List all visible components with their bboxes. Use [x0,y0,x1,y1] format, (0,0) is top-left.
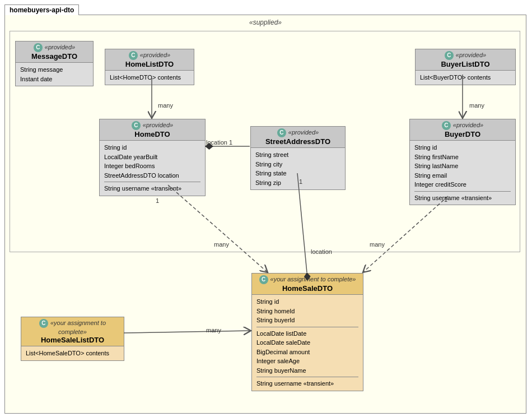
homeSaleDTO-divider1 [256,327,358,327]
messageDTO-field-0: String message [20,65,88,75]
messageDTO-icon: C [34,43,43,52]
streetAddressDTO-title: StreetAddressDTO [254,137,342,146]
label-location1: location 1 [206,139,232,146]
homeListDTO-field-0: List<HomeDTO> contents [110,73,189,82]
homeDTO-icon: C [132,121,141,130]
streetAddressDTO-box: C«provided» StreetAddressDTO String stre… [250,126,346,190]
homeSaleListDTO-icon: C [39,319,48,328]
buyerListDTO-field-0: List<BuyerDTO> contents [420,73,511,82]
streetAddressDTO-header: C«provided» StreetAddressDTO [251,127,345,148]
homeSaleListDTO-field-0: List<HomeSaleDTO> contents [26,349,119,358]
homeListDTO-icon: C [129,51,138,60]
homeDTO-title: HomeDTO [103,130,202,138]
homeSaleListDTO-title: HomeSaleListDTO [25,336,120,344]
label-many1: many [158,102,173,109]
homeDTO-stereotype: «provided» [143,122,173,128]
buyerDTO-field-2: String lastName [414,161,511,171]
buyerDTO-title: BuyerDTO [413,130,512,138]
homeSaleDTO-field-4: LocalDate saleDate [256,338,358,347]
homeSaleDTO-field-1: String homeId [256,307,358,316]
homeSaleDTO-field-7: String buyerName [256,366,358,376]
streetAddressDTO-field-0: String street [255,150,340,160]
homeDTO-box: C«provided» HomeDTO String id LocalDate … [99,119,206,196]
homeDTO-field-0: String id [104,143,200,152]
homeSaleDTO-field-0: String id [256,297,358,307]
homeListDTO-stereotype: «provided» [140,52,170,58]
homeSaleDTO-field-extra: String username «transient» [256,379,358,388]
buyerDTO-field-1: String firstName [414,152,511,162]
buyerListDTO-stereotype: «provided» [456,52,486,58]
homeSaleDTO-icon: C [259,275,268,284]
homeSaleDTO-field-6: Integer saleAge [256,356,358,366]
homeSaleListDTO-stereotype: «your assignment to complete» [50,319,106,335]
homeDTO-body: String id LocalDate yearBuilt Integer be… [100,141,205,196]
buyerDTO-icon: C [442,121,451,130]
messageDTO-stereotype: «provided» [45,44,75,50]
streetAddressDTO-body: String street String city String state S… [251,148,345,189]
supplied-label: «supplied» [5,18,526,26]
buyerDTO-header: C«provided» BuyerDTO [410,119,515,141]
messageDTO-box: C«provided» MessageDTO String message In… [15,41,94,86]
buyerDTO-field-0: String id [414,143,511,152]
homeDTO-field-1: LocalDate yearBuilt [104,152,200,162]
buyerDTO-stereotype: «provided» [453,122,483,128]
messageDTO-header: C«provided» MessageDTO [16,41,93,63]
streetAddressDTO-icon: C [277,128,286,137]
buyerListDTO-title: BuyerListDTO [419,60,512,68]
label-many5: many [206,327,221,333]
label-location2: location [311,248,332,255]
buyerDTO-field-extra: String username «transient» [414,193,511,203]
canvas: homebuyers-api-dto «supplied» C«provided… [0,0,532,417]
homeDTO-field-3: StreetAddressDTO location [104,171,200,180]
label-one2: 1 [156,197,159,204]
streetAddressDTO-field-2: String state [255,169,340,178]
homeListDTO-title: HomeListDTO [109,60,190,68]
outer-frame: «supplied» C«provided» MessageDTO String… [4,15,526,414]
label-many3: many [214,241,229,248]
homeSaleDTO-divider2 [256,377,358,377]
homeDTO-field-2: Integer bedRooms [104,161,200,171]
homeSaleDTO-field-5: BigDecimal amount [256,347,358,357]
homeSaleDTO-box: C«your assignment to complete» HomeSaleD… [251,273,363,391]
homeListDTO-box: C«provided» HomeListDTO List<HomeDTO> co… [105,49,194,85]
homeListDTO-body: List<HomeDTO> contents [105,71,194,85]
homeSaleListDTO-box: C«your assignment to complete» HomeSaleL… [21,317,124,361]
homeSaleDTO-field-2: String buyerId [256,316,358,325]
streetAddressDTO-field-3: String zip [255,178,340,188]
messageDTO-title: MessageDTO [19,52,90,61]
homeSaleDTO-body: String id String homeId String buyerId L… [252,295,363,391]
label-one1: 1 [299,178,302,185]
streetAddressDTO-stereotype: «provided» [288,129,319,136]
homeDTO-field-extra: String username «transient» [104,184,200,193]
homeSaleDTO-stereotype: «your assignment to complete» [270,276,356,282]
tab-label: homebuyers-api-dto [4,4,79,15]
label-one3: 1 [444,196,447,203]
messageDTO-body: String message Instant date [16,63,93,86]
homeDTO-header: C«provided» HomeDTO [100,119,205,141]
buyerListDTO-header: C«provided» BuyerListDTO [416,49,515,71]
homeSaleListDTO-body: List<HomeSaleDTO> contents [21,346,124,360]
homeSaleDTO-title: HomeSaleDTO [255,284,360,293]
homeSaleDTO-header: C«your assignment to complete» HomeSaleD… [252,274,363,295]
buyerDTO-box: C«provided» BuyerDTO String id String fi… [409,119,516,205]
buyerListDTO-body: List<BuyerDTO> contents [416,71,515,85]
streetAddressDTO-field-1: String city [255,160,340,169]
label-many2: many [469,102,484,109]
buyerListDTO-box: C«provided» BuyerListDTO List<BuyerDTO> … [415,49,516,85]
buyerDTO-field-3: String email [414,171,511,180]
buyerListDTO-icon: C [445,51,454,60]
label-many4: many [370,241,385,248]
homeSaleDTO-field-3: LocalDate listDate [256,329,358,339]
homeDTO-divider [104,182,200,182]
messageDTO-field-1: Instant date [20,75,88,84]
homeSaleListDTO-header: C«your assignment to complete» HomeSaleL… [21,317,124,346]
homeListDTO-header: C«provided» HomeListDTO [105,49,194,71]
buyerDTO-field-4: Integer creditScore [414,180,511,189]
buyerDTO-body: String id String firstName String lastNa… [410,141,515,205]
buyerDTO-divider [414,191,511,192]
